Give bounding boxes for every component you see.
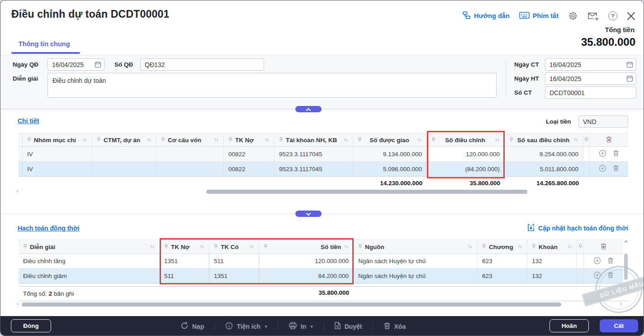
sort-icon[interactable] [199, 244, 204, 250]
pin-icon[interactable] [264, 244, 268, 250]
delete-all-rows-button[interactable] [584, 240, 623, 254]
add-row-icon[interactable] [599, 149, 606, 158]
close-button[interactable]: Đóng [11, 319, 51, 332]
collapse-up-button[interactable] [295, 106, 322, 112]
sort-icon[interactable] [344, 244, 349, 250]
sort-icon[interactable] [265, 137, 270, 144]
approve-button[interactable]: Duyệt [334, 322, 362, 331]
sort-icon[interactable] [468, 244, 473, 250]
delete-row-icon[interactable] [613, 165, 619, 173]
pin-icon[interactable] [532, 244, 536, 250]
pin-icon[interactable] [358, 137, 362, 144]
scroll-left-arrow[interactable]: ‹ [17, 188, 19, 194]
pin-icon[interactable] [23, 244, 27, 250]
pin-icon[interactable] [279, 137, 283, 144]
cell-so-tien[interactable]: 84.200.000 [259, 269, 354, 283]
column-header-tk-co[interactable]: TK Có [209, 240, 259, 254]
sort-icon[interactable] [495, 137, 500, 144]
sort-icon[interactable] [249, 244, 254, 250]
add-row-icon[interactable] [599, 164, 606, 173]
ngay-qd-input[interactable] [47, 58, 104, 71]
column-header-tk-no[interactable]: TK Nợ [160, 240, 209, 254]
column-header-nhom-muc-chi[interactable]: Nhóm mục chi [23, 134, 92, 146]
dien-giai-textarea[interactable]: Điều chỉnh dự toán [47, 73, 497, 98]
column-header-khoan[interactable]: Khoản [527, 240, 577, 254]
close-icon[interactable] [627, 12, 635, 20]
guide-link[interactable]: Hướng dẫn [462, 11, 510, 21]
column-header-chuong[interactable]: Chương [478, 240, 527, 254]
delete-button[interactable]: Xóa [384, 322, 406, 331]
update-simultaneous-link[interactable]: Cập nhật hạch toán đồng thời [527, 224, 628, 233]
tab-thong-tin-chung[interactable]: Thông tin chung [19, 40, 70, 48]
column-header-co-cau-von[interactable]: Cơ cấu vốn [156, 134, 224, 146]
scroll-left-arrow[interactable]: ‹ [17, 301, 19, 307]
pin-icon[interactable] [509, 137, 513, 144]
hscrollbar-thumb[interactable] [22, 302, 561, 307]
hach-toan-dong-thoi-link[interactable]: Hạch toán đồng thời [18, 225, 80, 232]
chi-tiet-link[interactable]: Chi tiết [18, 117, 39, 125]
delete-row-icon[interactable] [613, 150, 619, 158]
sort-icon[interactable] [343, 137, 348, 144]
sort-icon[interactable] [82, 137, 87, 144]
cell-tk-no[interactable]: 511 [160, 269, 209, 283]
sort-icon[interactable] [417, 137, 422, 144]
cell-tk-co[interactable]: 511 [209, 254, 259, 268]
column-header-so-sau-dieu-chinh[interactable]: Số sau điều chỉnh [505, 134, 583, 146]
pin-icon[interactable] [431, 137, 436, 144]
collapse-down-button[interactable] [295, 211, 322, 217]
reload-button[interactable]: Nạp [180, 322, 204, 331]
detail-row-2[interactable]: IV 00822 9523.3.1117045 5.096.000.000 (8… [19, 162, 628, 177]
column-header-tk-no[interactable]: TK Nợ [224, 134, 275, 146]
settings-icon[interactable] [568, 11, 578, 21]
hscrollbar-thumb[interactable] [206, 190, 527, 194]
pin-icon[interactable] [164, 244, 168, 250]
sort-icon[interactable] [147, 137, 152, 144]
column-header-nguon[interactable]: Nguồn [354, 240, 478, 254]
cell-tk-no[interactable]: 1351 [160, 254, 209, 268]
pin-icon[interactable] [358, 244, 362, 250]
pin-icon[interactable] [228, 137, 232, 144]
add-row-icon[interactable] [593, 271, 601, 280]
postpone-button[interactable]: Hoãn [549, 319, 589, 332]
sort-icon[interactable] [214, 137, 219, 144]
utilities-button[interactable]: Tiện ích ▾ [225, 322, 267, 331]
simultaneous-row-2[interactable]: Điều chỉnh giảm 511 1351 84.200.000 Ngân… [19, 269, 623, 283]
column-header-so-dieu-chinh[interactable]: Số điều chỉnh [427, 134, 505, 146]
simultaneous-row-1[interactable]: Điều chỉnh tăng 1351 511 120.000.000 Ngâ… [19, 254, 623, 269]
cell-so-dieu-chinh[interactable]: (84.200.000) [427, 162, 505, 176]
so-qd-input[interactable] [140, 58, 264, 71]
pin-icon[interactable] [214, 244, 218, 250]
so-ct-input[interactable] [545, 86, 636, 99]
shortcut-link[interactable]: Phím tắt [519, 12, 559, 20]
column-header-ctmt-du-an[interactable]: CTMT, dự án [92, 134, 156, 146]
ngay-ht-input[interactable] [545, 72, 636, 85]
pin-icon[interactable] [161, 137, 165, 144]
sort-icon[interactable] [150, 244, 155, 250]
detail-row-1[interactable]: IV 00822 9523.3.1117045 9.134.000.000 12… [19, 147, 628, 162]
column-header-dien-giai[interactable]: Diễn giải [19, 240, 160, 254]
column-header-so-duoc-giao[interactable]: Số được giao [353, 134, 427, 146]
cell-so-dieu-chinh[interactable]: 120.000.000 [427, 147, 505, 161]
vscrollbar-thumb[interactable] [624, 254, 628, 280]
cell-tk-co[interactable]: 1351 [209, 269, 259, 283]
column-header-pin-only[interactable] [583, 134, 590, 146]
sort-icon[interactable] [573, 137, 578, 144]
mail-send-icon[interactable] [587, 11, 599, 21]
loai-tien-input[interactable] [578, 115, 628, 128]
pin-icon[interactable] [482, 244, 486, 250]
help-icon[interactable]: ? [608, 11, 617, 20]
sort-icon[interactable] [567, 244, 572, 250]
delete-all-rows-button[interactable] [590, 134, 628, 146]
pin-icon[interactable] [27, 137, 31, 144]
delete-row-icon[interactable] [607, 272, 614, 280]
sort-icon[interactable] [517, 244, 522, 250]
cell-so-tien[interactable]: 120.000.000 [259, 254, 354, 268]
delete-row-icon[interactable] [607, 257, 614, 265]
add-row-icon[interactable] [593, 257, 601, 266]
scroll-right-arrow[interactable]: › [620, 301, 622, 307]
pin-icon[interactable] [97, 137, 101, 144]
ngay-ct-input[interactable] [545, 58, 636, 71]
scroll-up-arrow[interactable] [624, 240, 628, 242]
column-header-tai-khoan[interactable]: Tài khoản NH, KB [275, 134, 353, 146]
save-button[interactable]: Cất [600, 319, 638, 332]
